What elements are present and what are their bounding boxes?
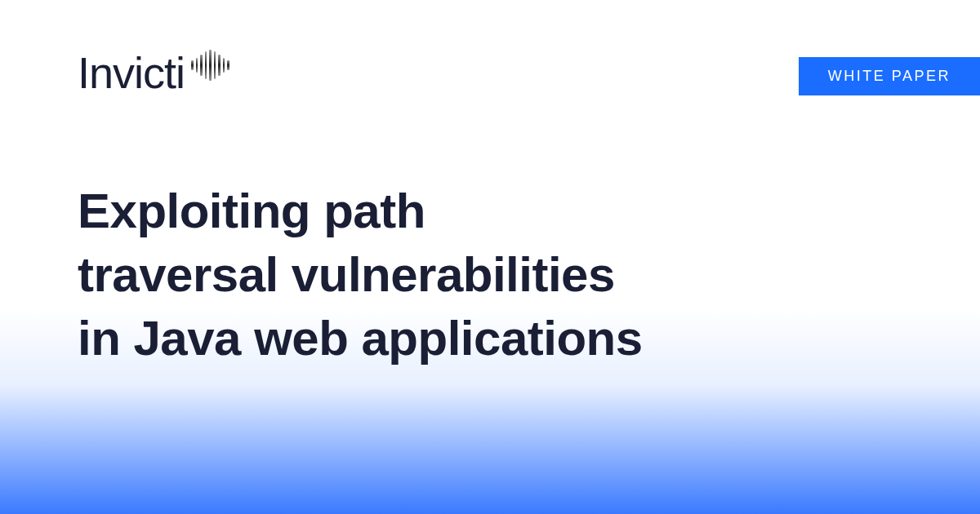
brand-logo: Invicti	[78, 47, 229, 98]
document-type-badge: WHITE PAPER	[799, 57, 980, 95]
document-title: Exploiting pathtraversal vulnerabilities…	[78, 179, 643, 370]
sound-wave-icon	[191, 50, 229, 81]
logo-text: Invicti	[78, 47, 185, 98]
